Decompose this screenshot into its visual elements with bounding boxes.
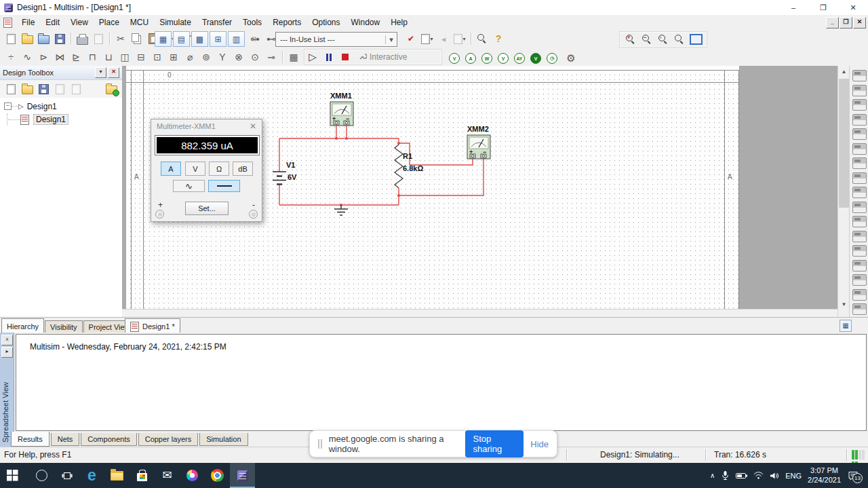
dock-spreadsheet-button[interactable]: ▦	[840, 320, 852, 332]
place-mixed-button[interactable]: ⊟	[134, 50, 149, 64]
tree-node-root[interactable]: − ▷ Design1	[4, 100, 122, 112]
agilent-multimeter-button[interactable]	[852, 289, 867, 301]
menu-window[interactable]: Window	[346, 16, 386, 29]
power-probe-button[interactable]: W	[481, 53, 492, 64]
toolbox-open-button[interactable]	[20, 81, 35, 96]
toggle-design-toolbox-button[interactable]: ▦	[155, 31, 172, 47]
action-center-button[interactable]: 13	[848, 471, 859, 481]
tray-chevron-icon[interactable]: ∧	[710, 472, 715, 479]
dialog-title-bar[interactable]: Multimeter-XMM1 ✕	[151, 119, 262, 133]
place-source-button[interactable]: ÷	[3, 50, 18, 64]
digital-probe-button[interactable]: ◷	[547, 53, 557, 64]
place-transistor-button[interactable]: ⋈	[52, 50, 67, 64]
export-button[interactable]: ▾	[420, 31, 435, 46]
panel-close-button[interactable]: ✕	[108, 67, 119, 78]
function-generator-button[interactable]	[852, 85, 867, 96]
volume-icon[interactable]	[770, 472, 779, 480]
tab-copper-layers[interactable]: Copper layers	[138, 433, 198, 446]
mode-ohm-button[interactable]: Ω	[209, 162, 229, 176]
start-button[interactable]	[0, 463, 25, 488]
resistor-r1[interactable]	[395, 145, 403, 188]
toolbox-close-all-button[interactable]	[68, 81, 83, 96]
toggle-grapher-button[interactable]: ⊞	[210, 31, 226, 47]
forward-annotate-button[interactable]: ▾	[452, 31, 467, 46]
canvas-vertical-scrollbar[interactable]: ▲ ▼	[837, 66, 850, 317]
multisim-taskbar-button[interactable]	[230, 463, 255, 488]
place-misc-button[interactable]: ⌀	[182, 50, 197, 64]
wire-net[interactable]	[279, 126, 484, 205]
four-channel-oscilloscope-button[interactable]	[852, 128, 867, 140]
run-simulation-button[interactable]: ▷	[305, 50, 320, 64]
multimeter-xmm2-symbol[interactable]: + −	[467, 135, 490, 159]
stop-sharing-button[interactable]: Stop sharing	[465, 430, 524, 457]
microphone-icon[interactable]	[721, 470, 730, 481]
combo-dropdown-icon[interactable]: ▾	[385, 35, 397, 44]
wattmeter-button[interactable]	[852, 99, 867, 111]
tree-root-label[interactable]: Design1	[27, 102, 57, 111]
menu-help[interactable]: Help	[385, 16, 413, 29]
document-tab-design1[interactable]: Design1 *	[125, 318, 180, 334]
place-indicator-button[interactable]: ⊡	[150, 50, 165, 64]
scroll-down-icon[interactable]: ▼	[838, 299, 850, 310]
probe-settings-button[interactable]: ⚙	[564, 51, 578, 66]
zoom-in-button[interactable]: +	[623, 32, 638, 47]
v1-ref-label[interactable]: V1	[286, 161, 295, 169]
zoom-area-button[interactable]: ▫	[656, 32, 671, 47]
mode-db-button[interactable]: dB	[233, 162, 253, 176]
place-cmos-button[interactable]: ⊔	[101, 50, 116, 64]
toggle-spice-netlist-button[interactable]: ▩	[191, 31, 208, 47]
minus-terminal[interactable]	[249, 210, 258, 219]
place-connector-button[interactable]: ⊸	[264, 50, 279, 64]
file-explorer-button[interactable]	[104, 463, 130, 488]
taskbar-clock[interactable]: 3:07 PM 2/24/2021	[808, 466, 841, 485]
r1-value-label[interactable]: 6.8kΩ	[403, 164, 423, 172]
print-button[interactable]	[75, 31, 90, 46]
interactive-simulation-mode[interactable]: Interactive	[359, 52, 407, 62]
set-button[interactable]: Set...	[185, 202, 229, 215]
menu-transfer[interactable]: Transfer	[197, 16, 237, 29]
voltage-probe-button[interactable]: V	[449, 53, 460, 64]
menu-simulate[interactable]: Simulate	[154, 16, 197, 29]
spectrum-analyzer-button[interactable]	[852, 245, 867, 257]
open-sample-button[interactable]	[36, 31, 51, 46]
current-probe-button[interactable]: A	[465, 53, 476, 64]
agilent-function-generator-button[interactable]	[852, 274, 867, 286]
tab-visibility[interactable]: Visibility	[45, 320, 83, 334]
battery-icon[interactable]	[736, 472, 747, 479]
place-diode-button[interactable]: ⊳	[36, 50, 51, 64]
toggle-postprocessor-button[interactable]: ▥	[228, 31, 245, 47]
menu-tools[interactable]: Tools	[237, 16, 267, 29]
dialog-close-icon[interactable]: ✕	[250, 121, 256, 131]
find-button[interactable]	[475, 31, 490, 46]
dc-mode-button[interactable]	[208, 180, 240, 192]
menu-options[interactable]: Options	[307, 16, 345, 29]
transfer-forward-button[interactable]: ⊶	[248, 31, 262, 46]
xmm2-label[interactable]: XMM2	[467, 125, 489, 133]
cut-button[interactable]: ✂	[113, 31, 128, 46]
place-ttl-button[interactable]: ⊓	[85, 50, 100, 64]
place-ni-component-button[interactable]: ⊙	[248, 50, 262, 64]
network-analyzer-button[interactable]	[852, 260, 867, 271]
help-button[interactable]: ?	[491, 31, 506, 46]
plus-terminal[interactable]	[155, 210, 164, 219]
spreadsheet-expand-button[interactable]: ▸	[1, 347, 13, 358]
panel-pin-button[interactable]: ▾	[95, 67, 106, 78]
chrome-button[interactable]	[205, 463, 230, 488]
scrollbar-thumb[interactable]	[839, 79, 849, 208]
voltage-current-probe-button[interactable]: AY	[514, 53, 525, 64]
restore-button[interactable]: ❐	[808, 0, 838, 15]
tab-nets[interactable]: Nets	[51, 433, 80, 446]
menu-place[interactable]: Place	[94, 16, 125, 29]
document-icon[interactable]	[3, 18, 12, 28]
ac-mode-button[interactable]: ∿	[173, 180, 205, 192]
cortana-button[interactable]	[29, 463, 54, 488]
toolbox-close-button[interactable]	[52, 81, 67, 96]
copy-button[interactable]	[130, 31, 144, 46]
menu-reports[interactable]: Reports	[267, 16, 307, 29]
place-basic-button[interactable]: ∿	[20, 50, 35, 64]
mode-volt-button[interactable]: V	[185, 162, 205, 176]
mdi-close-button[interactable]: ✕	[853, 17, 866, 29]
edge-button[interactable]: e	[79, 463, 104, 488]
place-misc-digital-button[interactable]: ◫	[117, 50, 132, 64]
toolbox-snapshot-button[interactable]	[104, 81, 119, 96]
